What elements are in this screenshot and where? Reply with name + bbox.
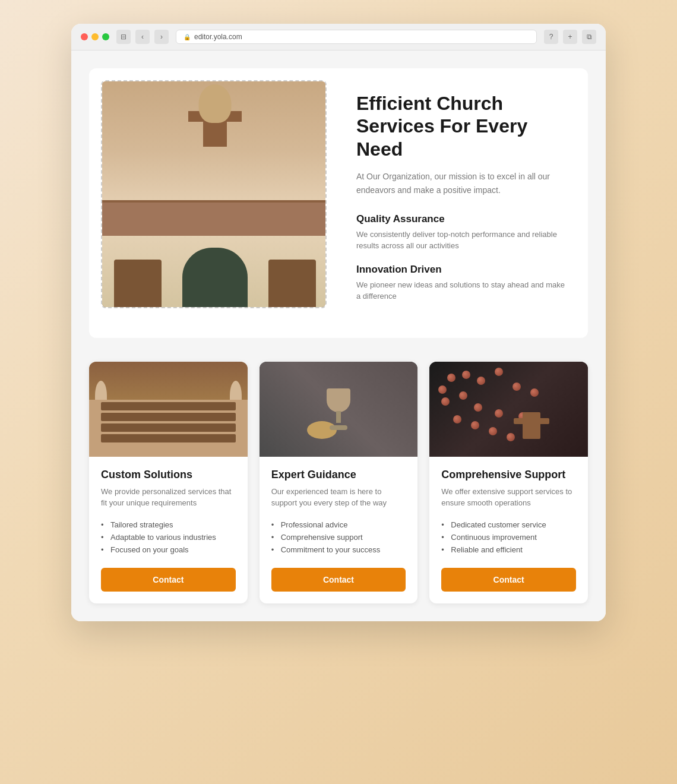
hero-description: At Our Organization, our mission is to e…	[356, 170, 570, 197]
list-item: Focused on your goals	[101, 543, 236, 556]
list-item: Dedicated customer service	[441, 519, 576, 531]
browser-right-controls: ? + ⧉	[544, 30, 596, 44]
church-ceiling	[89, 362, 248, 400]
close-button[interactable]	[81, 33, 88, 40]
card-2-body: Expert Guidance Our experienced team is …	[260, 457, 418, 603]
browser-toolbar: ⊟ ‹ › 🔒 editor.yola.com ? + ⧉	[71, 24, 606, 50]
rosary-scene	[429, 362, 588, 457]
card-3-list: Dedicated customer service Continuous im…	[441, 519, 576, 556]
pew-row	[101, 423, 236, 432]
minimize-button[interactable]	[91, 33, 99, 40]
pew-row	[101, 413, 236, 421]
list-item: Comprehensive support	[271, 531, 406, 543]
traffic-lights	[81, 33, 109, 40]
chalice-stem	[336, 411, 341, 423]
person-figure	[182, 248, 248, 307]
list-item: Professional advice	[271, 519, 406, 531]
maximize-button[interactable]	[102, 33, 109, 40]
card-1-contact-button[interactable]: Contact	[101, 568, 236, 592]
browser-window: ⊟ ‹ › 🔒 editor.yola.com ? + ⧉	[71, 24, 606, 621]
card-1-title: Custom Solutions	[101, 469, 236, 481]
address-bar[interactable]: 🔒 editor.yola.com	[176, 30, 537, 44]
list-item: Continuous improvement	[441, 531, 576, 543]
card-1-desc: We provide personalized services that fi…	[101, 486, 236, 509]
card-2-desc: Our experienced team is here to support …	[271, 486, 406, 509]
feature-innovation: Innovation Driven We pioneer new ideas a…	[356, 264, 570, 302]
feature-innovation-desc: We pioneer new ideas and solutions to st…	[356, 279, 570, 302]
card-2-list: Professional advice Comprehensive suppor…	[271, 519, 406, 556]
lock-icon: 🔒	[184, 34, 191, 40]
wooden-cross	[523, 412, 540, 439]
card-2-title: Expert Guidance	[271, 469, 406, 481]
chalice-scene	[260, 362, 418, 457]
card-1-list: Tailored strategies Adaptable to various…	[101, 519, 236, 556]
feature-quality-title: Quality Assurance	[356, 213, 570, 225]
card-expert-guidance: Expert Guidance Our experienced team is …	[260, 362, 418, 603]
list-item: Adaptable to various industries	[101, 531, 236, 543]
hero-image	[102, 81, 327, 307]
hero-image-container	[101, 80, 327, 308]
hero-section: Efficient Church Services For Every Need…	[89, 68, 588, 338]
church-pews	[89, 400, 248, 457]
url-text: editor.yola.com	[194, 33, 242, 41]
page-content: Efficient Church Services For Every Need…	[71, 50, 606, 621]
forward-button[interactable]: ›	[154, 30, 169, 44]
sidebar-toggle-button[interactable]: ⊟	[116, 30, 131, 44]
pew-row	[101, 434, 236, 442]
cards-section: Custom Solutions We provide personalized…	[89, 362, 588, 603]
copy-button[interactable]: ⧉	[582, 30, 596, 44]
card-comprehensive-support: Comprehensive Support We offer extensive…	[429, 362, 588, 603]
card-3-image	[429, 362, 588, 457]
new-tab-button[interactable]: +	[563, 30, 577, 44]
card-3-desc: We offer extensive support services to e…	[441, 486, 576, 509]
chalice-cup	[327, 388, 350, 412]
chalice-base	[330, 425, 347, 430]
feature-quality: Quality Assurance We consistently delive…	[356, 213, 570, 252]
pew-row	[101, 402, 236, 410]
list-item: Tailored strategies	[101, 519, 236, 531]
card-1-image	[89, 362, 248, 457]
feature-innovation-title: Innovation Driven	[356, 264, 570, 276]
church-interior-scene	[89, 362, 248, 457]
card-3-title: Comprehensive Support	[441, 469, 576, 481]
chalice	[327, 388, 350, 430]
list-item: Commitment to your success	[271, 543, 406, 556]
help-button[interactable]: ?	[544, 30, 558, 44]
altar	[102, 200, 327, 236]
card-1-body: Custom Solutions We provide personalized…	[89, 457, 248, 603]
card-3-body: Comprehensive Support We offer extensive…	[429, 457, 588, 603]
feature-quality-desc: We consistently deliver top-notch perfor…	[356, 229, 570, 252]
pew-right	[268, 260, 316, 307]
hero-text: Efficient Church Services For Every Need…	[350, 80, 576, 326]
list-item: Reliable and efficient	[441, 543, 576, 556]
person-hair	[199, 84, 232, 123]
browser-controls: ⊟ ‹ ›	[116, 30, 169, 44]
card-3-contact-button[interactable]: Contact	[441, 568, 576, 592]
pew-left	[114, 260, 162, 307]
back-button[interactable]: ‹	[135, 30, 150, 44]
card-2-contact-button[interactable]: Contact	[271, 568, 406, 592]
hero-title: Efficient Church Services For Every Need	[356, 92, 570, 160]
card-2-image	[260, 362, 418, 457]
card-custom-solutions: Custom Solutions We provide personalized…	[89, 362, 248, 603]
